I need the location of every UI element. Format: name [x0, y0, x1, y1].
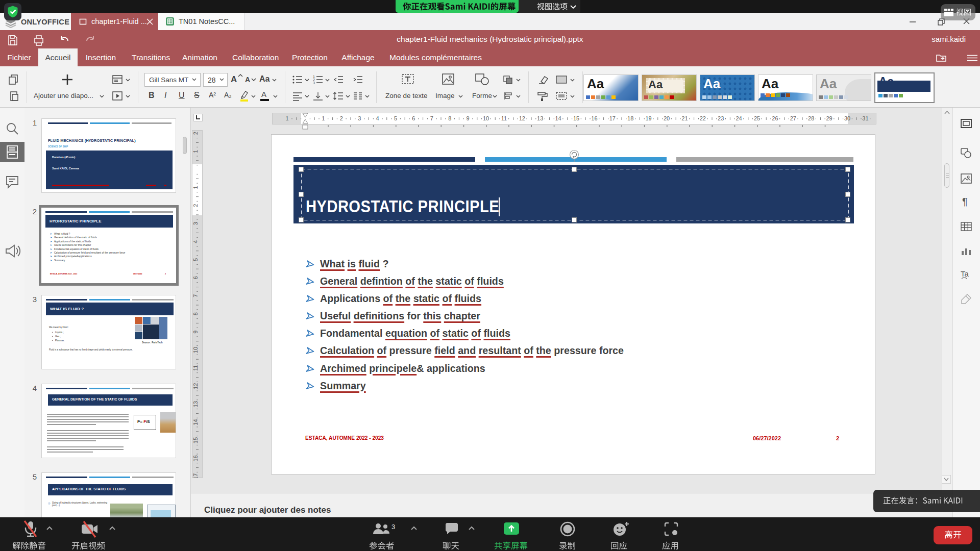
svg-text:27: 27: [790, 115, 796, 121]
svg-text:1: 1: [192, 186, 199, 189]
svg-text:6: 6: [192, 276, 199, 279]
svg-text:22: 22: [700, 115, 706, 121]
svg-text:10: 10: [192, 347, 199, 353]
svg-text:9: 9: [192, 331, 199, 334]
svg-text:2: 2: [192, 204, 199, 207]
svg-text:1: 1: [322, 115, 325, 121]
svg-text:16: 16: [591, 115, 597, 121]
svg-text:17: 17: [609, 115, 616, 121]
svg-text:1: 1: [192, 150, 199, 153]
svg-text:9: 9: [467, 115, 470, 121]
svg-text:21: 21: [681, 115, 688, 121]
svg-text:6: 6: [412, 115, 415, 121]
svg-text:24: 24: [736, 115, 742, 121]
svg-text:20: 20: [664, 115, 670, 121]
svg-text:31: 31: [862, 115, 868, 121]
svg-text:18: 18: [627, 115, 633, 121]
svg-text:25: 25: [754, 115, 760, 121]
svg-text:12: 12: [519, 115, 525, 121]
svg-text:13: 13: [537, 115, 543, 121]
svg-text:4: 4: [376, 115, 379, 121]
svg-text:8: 8: [192, 312, 199, 315]
svg-text:7: 7: [192, 294, 199, 297]
svg-text:19: 19: [645, 115, 651, 121]
svg-text:3: 3: [358, 115, 361, 121]
svg-text:5: 5: [394, 115, 397, 121]
svg-text:11: 11: [192, 365, 199, 371]
svg-text:5: 5: [192, 258, 199, 261]
svg-text:17: 17: [192, 473, 199, 478]
svg-text:15: 15: [573, 115, 579, 121]
svg-text:11: 11: [501, 115, 507, 121]
svg-text:13: 13: [192, 401, 199, 407]
svg-text:12: 12: [192, 383, 199, 389]
svg-text:28: 28: [808, 115, 814, 121]
svg-text:3: 3: [192, 222, 199, 225]
svg-text:1: 1: [286, 115, 289, 121]
svg-text:7: 7: [430, 115, 433, 121]
svg-text:14: 14: [555, 115, 561, 121]
svg-text:15: 15: [192, 437, 199, 443]
svg-text:30: 30: [844, 115, 850, 121]
svg-text:4: 4: [192, 240, 199, 243]
svg-text:10: 10: [483, 115, 489, 121]
svg-text:29: 29: [826, 115, 832, 121]
svg-text:8: 8: [448, 115, 451, 121]
svg-text:¶: ¶: [962, 196, 968, 207]
svg-text:23: 23: [718, 115, 724, 121]
svg-text:14: 14: [192, 419, 199, 425]
svg-text:26: 26: [772, 115, 778, 121]
svg-text:3: 3: [313, 81, 315, 85]
svg-text:16: 16: [192, 455, 199, 461]
svg-text:2: 2: [340, 115, 343, 121]
svg-text:2: 2: [192, 132, 199, 135]
svg-text:3: 3: [391, 523, 395, 531]
svg-text:Ta: Ta: [961, 269, 969, 278]
